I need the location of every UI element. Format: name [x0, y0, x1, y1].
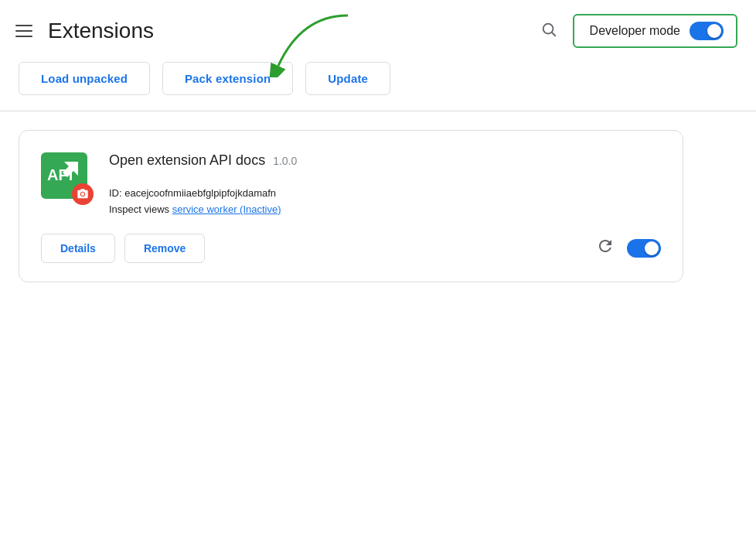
extension-name: Open extension API docs: [109, 152, 265, 169]
toolbar-divider: [0, 111, 756, 111]
pack-extension-button[interactable]: Pack extension: [162, 62, 293, 95]
developer-mode-label: Developer mode: [590, 24, 680, 38]
svg-line-1: [552, 32, 555, 36]
card-bottom: Details Remove: [41, 234, 661, 263]
hamburger-menu[interactable]: [12, 22, 36, 40]
ext-details-section: ID: eacejcoofnmiiaebfglpipfojkdamafn Ins…: [109, 187, 661, 215]
developer-mode-container: Developer mode: [573, 14, 737, 48]
toolbar: Load unpacked Pack extension Update: [0, 62, 756, 111]
header: Extensions Developer mode: [0, 0, 756, 62]
developer-mode-toggle[interactable]: [690, 22, 724, 40]
camera-badge: [72, 183, 94, 205]
inspect-label: Inspect views: [109, 203, 169, 215]
search-icon[interactable]: [537, 18, 560, 44]
page-title: Extensions: [48, 19, 154, 43]
load-unpacked-button[interactable]: Load unpacked: [19, 62, 150, 95]
reload-icon[interactable]: [596, 237, 615, 260]
details-button[interactable]: Details: [41, 234, 115, 263]
card-actions: Details Remove: [41, 234, 205, 263]
extension-version: 1.0.0: [273, 155, 297, 167]
ext-name-row: Open extension API docs 1.0.0: [109, 152, 661, 169]
cards-area: API Open extension API docs 1.0.0: [0, 130, 756, 282]
service-worker-link[interactable]: service worker (Inactive): [172, 203, 281, 215]
card-info: Open extension API docs 1.0.0 ID: eacejc…: [109, 152, 661, 215]
card-right: [596, 237, 661, 260]
inspect-row: Inspect views service worker (Inactive): [109, 203, 661, 215]
extension-id: ID: eacejcoofnmiiaebfglpipfojkdamafn: [109, 187, 661, 199]
card-top: API Open extension API docs 1.0.0: [41, 152, 661, 215]
extension-card: API Open extension API docs 1.0.0: [19, 130, 683, 282]
extension-toggle[interactable]: [627, 239, 661, 258]
header-right: Developer mode: [537, 14, 737, 48]
extension-icon-wrap: API: [41, 152, 90, 202]
update-button[interactable]: Update: [305, 62, 390, 95]
remove-button[interactable]: Remove: [124, 234, 205, 263]
header-left: Extensions: [12, 19, 154, 43]
